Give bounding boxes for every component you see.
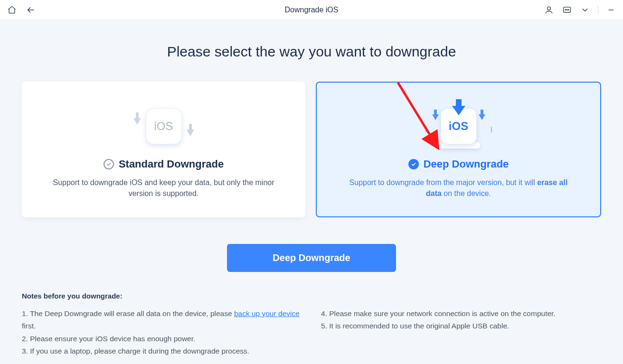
title-bar: Downgrade iOS (0, 0, 623, 20)
note-1: 1. The Deep Downgrade will erase all dat… (22, 308, 302, 333)
note-2: 2. Please ensure your iOS device has eno… (22, 333, 302, 345)
option-cards: iOS Standard Downgrade Support to downgr… (0, 82, 623, 217)
page-heading: Please select the way you want to downgr… (0, 44, 623, 60)
standard-desc: Support to downgrade iOS and keep your d… (50, 177, 277, 199)
option-standard-downgrade[interactable]: iOS Standard Downgrade Support to downgr… (22, 82, 305, 217)
deep-title: Deep Downgrade (424, 158, 509, 170)
notes-section: Notes before you downgrade: 1. The Deep … (0, 272, 623, 357)
standard-title: Standard Downgrade (119, 158, 224, 170)
check-solid-icon (408, 159, 419, 169)
deep-desc: Support to downgrade from the major vers… (345, 177, 572, 199)
window-title: Downgrade iOS (0, 6, 623, 14)
check-hollow-icon (104, 159, 114, 169)
back-icon[interactable] (26, 5, 36, 15)
deep-downgrade-button[interactable]: Deep Downgrade (227, 244, 396, 272)
svg-point-0 (547, 7, 551, 10)
standard-illustration: iOS (131, 100, 197, 152)
svg-point-4 (568, 9, 569, 10)
option-deep-downgrade[interactable]: iOS Deep Downgrade Support to downgrade … (316, 82, 601, 217)
minimize-icon[interactable] (606, 5, 616, 15)
chevron-down-icon[interactable] (580, 5, 590, 15)
feedback-icon[interactable] (562, 5, 572, 15)
note-3: 3. If you use a laptop, please charge it… (22, 345, 302, 357)
page-body: Please select the way you want to downgr… (0, 20, 623, 364)
deep-illustration: iOS (425, 100, 492, 152)
home-icon[interactable] (7, 5, 17, 15)
notes-title: Notes before you downgrade: (22, 292, 601, 300)
svg-point-2 (565, 9, 566, 10)
svg-point-3 (566, 9, 567, 10)
notes-col-left: 1. The Deep Downgrade will erase all dat… (22, 308, 302, 357)
backup-device-link[interactable]: back up your device (234, 309, 300, 317)
account-icon[interactable] (544, 5, 554, 15)
note-4: 4. Please make sure your network connect… (321, 308, 601, 320)
titlebar-divider (598, 6, 598, 14)
note-5: 5. It is recommended to use the original… (321, 320, 601, 332)
notes-col-right: 4. Please make sure your network connect… (321, 308, 601, 357)
ios-box-icon: iOS (146, 108, 182, 144)
